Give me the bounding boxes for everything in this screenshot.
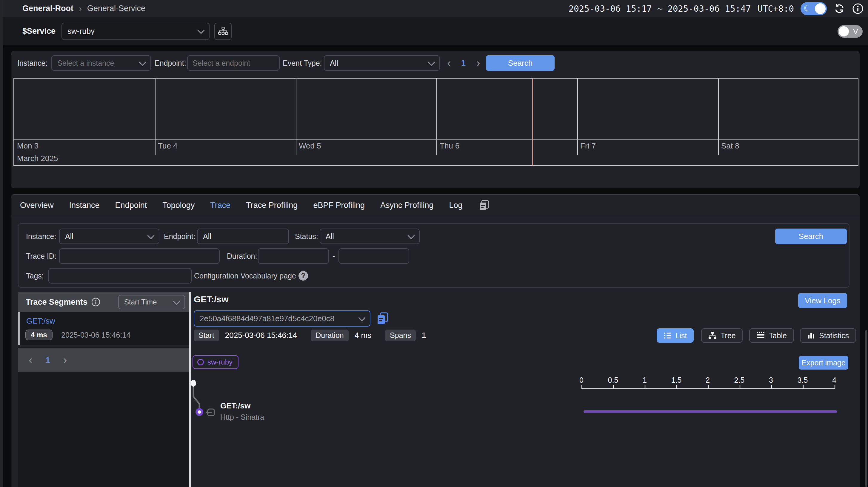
calendar-day-label: Wed 5 bbox=[299, 141, 321, 150]
tab-trace[interactable]: Trace bbox=[210, 201, 230, 210]
segment-start-time: 2025-03-06 15:46:14 bbox=[61, 331, 130, 339]
event-panel: Instance: Select a instance Endpoint: Ev… bbox=[11, 51, 860, 188]
table-icon bbox=[756, 331, 765, 340]
service-select-value: sw-ruby bbox=[67, 27, 95, 36]
event-filter-row: Instance: Select a instance Endpoint: Ev… bbox=[11, 55, 860, 71]
axis-tick-label: 3.5 bbox=[791, 376, 814, 384]
service-select[interactable]: sw-ruby bbox=[61, 23, 210, 40]
chevron-down-icon bbox=[407, 232, 414, 239]
segment-endpoint-name[interactable]: GET:/sw bbox=[26, 316, 55, 326]
view-logs-button[interactable]: View Logs bbox=[798, 293, 847, 308]
event-type-label: Event Type: bbox=[283, 55, 322, 71]
collapsed-sidebar-edge bbox=[0, 0, 3, 487]
trace-detail-panel: GET:/sw View Logs 2e50a4f6884d497a81e97d… bbox=[191, 292, 860, 487]
copy-trace-id-icon[interactable] bbox=[376, 312, 390, 325]
service-variable-label: $Service bbox=[22, 27, 56, 36]
trace-id-input[interactable] bbox=[59, 248, 220, 264]
trace-instance-select[interactable]: All bbox=[59, 229, 159, 244]
calendar-gridline bbox=[296, 79, 297, 155]
trace-segments-header: Trace Segments Start Time bbox=[18, 292, 189, 312]
view-tree-label: Tree bbox=[720, 331, 736, 340]
refresh-icon[interactable] bbox=[833, 3, 845, 15]
export-image-button[interactable]: Export image bbox=[799, 356, 848, 370]
trace-status-label: Status: bbox=[295, 229, 318, 244]
tab-log[interactable]: Log bbox=[449, 201, 463, 210]
service-chip-label: sw-ruby bbox=[208, 358, 232, 366]
span-duration-bar[interactable] bbox=[584, 410, 837, 413]
topbar-controls: 2025-03-06 15:17 ~ 2025-03-06 15:47 UTC+… bbox=[569, 2, 864, 15]
event-prev-page-button[interactable]: ‹ bbox=[447, 55, 451, 71]
segments-sort-value: Start Time bbox=[124, 298, 157, 306]
info-icon[interactable] bbox=[852, 3, 864, 15]
view-table-button[interactable]: Table bbox=[749, 328, 794, 343]
segment-duration-badge: 4 ms bbox=[25, 330, 53, 340]
copy-tabs-icon[interactable] bbox=[478, 199, 490, 211]
calendar-day-label: Sat 8 bbox=[721, 141, 739, 150]
breadcrumb: General-Root › General-Service bbox=[22, 4, 145, 13]
trace-endpoint-input[interactable]: All bbox=[197, 229, 289, 244]
duration-value: 4 ms bbox=[354, 331, 371, 340]
segments-page-number[interactable]: 1 bbox=[46, 352, 50, 368]
event-next-page-button[interactable]: › bbox=[476, 55, 480, 71]
segments-sort-select[interactable]: Start Time bbox=[118, 295, 185, 309]
duration-min-input[interactable] bbox=[258, 248, 329, 264]
tab-ebpf-profiling[interactable]: eBPF Profiling bbox=[313, 201, 365, 210]
event-page-number[interactable]: 1 bbox=[461, 55, 466, 71]
toggle-knob bbox=[839, 26, 849, 36]
trace-status-select[interactable]: All bbox=[320, 229, 420, 244]
trace-endpoint-value: All bbox=[203, 232, 211, 241]
trace-filter-row-3: Tags: Configuration Vocabulary page ? bbox=[19, 268, 849, 284]
calendar-day-label: Thu 6 bbox=[440, 141, 460, 150]
tags-input[interactable] bbox=[49, 268, 192, 284]
trace-id-select[interactable]: 2e50a4f6884d497a81e97d5c4c20e0c8 bbox=[194, 310, 370, 326]
view-statistics-button[interactable]: Statistics bbox=[800, 328, 856, 343]
tab-instance[interactable]: Instance bbox=[69, 201, 100, 210]
event-search-button[interactable]: Search bbox=[486, 55, 555, 71]
moon-icon: ☾ bbox=[804, 3, 811, 13]
calendar-day-label: Tue 4 bbox=[158, 141, 178, 150]
event-type-select[interactable]: All bbox=[324, 55, 440, 71]
service-hierarchy-button[interactable] bbox=[214, 23, 231, 40]
start-chip: Start bbox=[194, 330, 219, 341]
view-list-button[interactable]: List bbox=[657, 328, 694, 343]
vocabulary-link[interactable]: Configuration Vocabulary page ? bbox=[194, 268, 308, 284]
tab-endpoint[interactable]: Endpoint bbox=[115, 201, 147, 210]
segments-pagination: ‹ 1 › bbox=[18, 348, 189, 372]
variables-toggle-label: V bbox=[853, 27, 858, 36]
view-list-label: List bbox=[676, 331, 687, 340]
breadcrumb-root[interactable]: General-Root bbox=[22, 4, 73, 13]
trace-segment-item[interactable]: GET:/sw 4 ms 2025-03-06 15:46:14 bbox=[18, 312, 189, 347]
timezone[interactable]: UTC+8:0 bbox=[757, 4, 794, 14]
event-endpoint-input[interactable] bbox=[187, 55, 280, 71]
variables-toggle[interactable]: V bbox=[838, 25, 863, 38]
tab-trace-profiling[interactable]: Trace Profiling bbox=[246, 201, 298, 210]
trace-endpoint-label: Endpoint: bbox=[164, 229, 195, 244]
calendar-gridline bbox=[577, 79, 578, 155]
event-instance-select[interactable]: Select a instance bbox=[51, 55, 151, 71]
tab-async-profiling[interactable]: Async Profiling bbox=[380, 201, 434, 210]
tab-overview[interactable]: Overview bbox=[20, 201, 54, 210]
service-legend-chip[interactable]: sw-ruby bbox=[192, 355, 239, 369]
top-bar: General-Root › General-Service 2025-03-0… bbox=[3, 0, 868, 17]
dark-mode-toggle[interactable]: ☾ bbox=[801, 2, 827, 15]
vertical-scrollbar[interactable] bbox=[865, 330, 867, 487]
duration-max-input[interactable] bbox=[339, 248, 409, 264]
time-range[interactable]: 2025-03-06 15:17 ~ 2025-03-06 15:47 bbox=[569, 4, 751, 14]
span-name[interactable]: GET:/sw bbox=[220, 401, 250, 410]
tab-topology[interactable]: Topology bbox=[162, 201, 195, 210]
span-layer: Http - Sinatra bbox=[220, 413, 264, 422]
calendar-day-label: Mon 3 bbox=[17, 141, 38, 150]
statistics-icon bbox=[807, 331, 815, 340]
trace-id-label: Trace ID: bbox=[26, 248, 56, 264]
view-tree-button[interactable]: Tree bbox=[701, 328, 743, 343]
trace-search-button[interactable]: Search bbox=[775, 229, 847, 244]
calendar-month-label: March 2025 bbox=[17, 154, 58, 163]
segments-next-page-button[interactable]: › bbox=[63, 352, 67, 368]
breadcrumb-current: General-Service bbox=[87, 4, 145, 13]
event-timeline-calendar[interactable]: Mon 3 Tue 4 Wed 5 Thu 6 Fri 7 Sat 8 Marc… bbox=[13, 78, 859, 166]
segments-prev-page-button[interactable]: ‹ bbox=[29, 352, 33, 368]
axis-tick-label: 1 bbox=[633, 376, 657, 384]
view-statistics-label: Statistics bbox=[819, 331, 849, 340]
trace-filter-row-1: Instance: All Endpoint: All Status: All … bbox=[19, 229, 849, 244]
question-icon: ? bbox=[299, 271, 308, 281]
